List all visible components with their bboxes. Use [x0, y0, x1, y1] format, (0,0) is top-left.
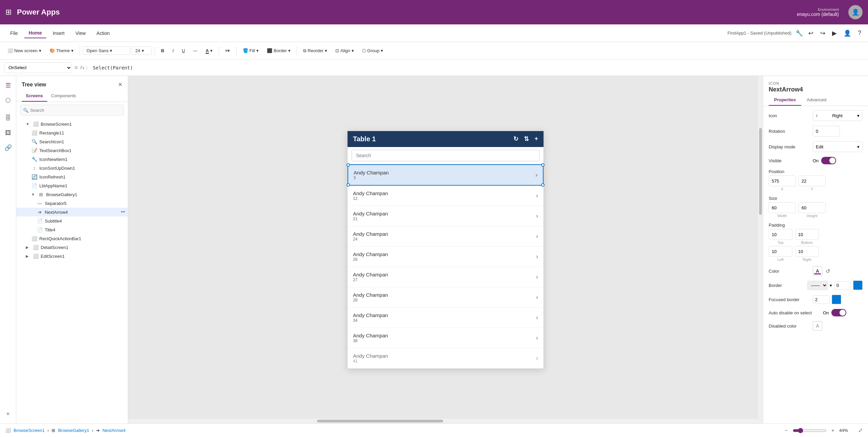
tab-screens[interactable]: Screens	[22, 90, 47, 102]
theme-button[interactable]: 🎨 Theme ▾	[46, 47, 77, 55]
add-icon-header[interactable]: +	[534, 135, 538, 143]
menu-view[interactable]: View	[71, 28, 90, 38]
tree-item-rectangle11[interactable]: ⬜ Rectangle11	[16, 128, 128, 137]
size-width-input[interactable]	[769, 202, 796, 213]
user-icon[interactable]: 👤	[842, 28, 852, 38]
refresh-icon-header[interactable]: ↻	[513, 135, 518, 143]
color-swatch-btn[interactable]: A	[813, 266, 822, 276]
avatar[interactable]: 👤	[848, 5, 863, 19]
tree-item-rectquickactionbar1[interactable]: ⬜ RectQuickActionBar1	[16, 234, 128, 243]
formula-input[interactable]: Select(Parent)	[90, 65, 864, 70]
gallery-item-2[interactable]: Andy Champan 21 ›	[348, 206, 544, 226]
tree-item-lblappname1[interactable]: 📄 LblAppName1	[16, 181, 128, 190]
padding-right-input[interactable]	[795, 246, 819, 257]
size-height-input[interactable]	[798, 202, 826, 213]
border-style-select[interactable]: ——	[807, 281, 828, 290]
breadcrumb-item[interactable]: NextArrow4	[102, 428, 125, 433]
tab-components[interactable]: Components	[47, 90, 80, 102]
color-refresh-icon[interactable]: ↺	[826, 268, 830, 274]
gallery-item-6[interactable]: Andy Champan 28 ›	[348, 287, 544, 308]
grid-icon[interactable]: ⊞	[5, 8, 12, 17]
menu-home[interactable]: Home	[24, 28, 47, 38]
play-icon[interactable]: ▶	[831, 28, 838, 38]
padding-top-input[interactable]	[769, 229, 792, 240]
item-context-menu[interactable]: •••	[121, 210, 125, 214]
next-arrow-icon-8[interactable]: ›	[536, 334, 538, 341]
font-select[interactable]: Open Sans ▾	[83, 46, 130, 55]
sidebar-icon-connections[interactable]: 🔗	[1, 141, 15, 154]
tree-close-button[interactable]: ✕	[118, 81, 122, 88]
formula-property-select[interactable]: OnSelect	[4, 62, 72, 73]
tree-item-detailscreen1[interactable]: ▶ ⬜ DetailScreen1	[16, 243, 128, 252]
display-mode-dropdown[interactable]: Edit ▾	[813, 141, 863, 152]
tab-properties[interactable]: Properties	[769, 95, 801, 106]
canvas-scrollbar[interactable]	[758, 76, 763, 423]
next-arrow-icon-4[interactable]: ›	[536, 253, 538, 260]
fill-button[interactable]: 🪣 Fill ▾	[239, 47, 262, 55]
next-arrow-icon-7[interactable]: ›	[536, 314, 538, 321]
strikethrough-button[interactable]: —	[190, 47, 201, 55]
bold-button[interactable]: B	[158, 47, 167, 55]
next-arrow-icon-1[interactable]: ›	[536, 192, 538, 199]
zoom-out-button[interactable]: −	[783, 427, 790, 434]
gallery-item-0[interactable]: Andy Champan 5 ›	[348, 164, 544, 186]
browse-search-input[interactable]	[352, 150, 539, 161]
breadcrumb-gallery[interactable]: BrowseGallery1	[58, 428, 89, 433]
focused-border-width-input[interactable]	[813, 295, 830, 304]
font-size-select[interactable]: 24 ▾	[132, 46, 152, 55]
sidebar-icon-data[interactable]: 🗄	[1, 111, 15, 125]
group-button[interactable]: ⬡ Group ▾	[359, 47, 387, 55]
align-text-button[interactable]: ≡▾	[222, 47, 234, 55]
next-arrow-icon-9[interactable]: ›	[536, 355, 538, 362]
rotation-input[interactable]	[813, 126, 840, 137]
reorder-button[interactable]: ⧉ Reorder ▾	[300, 47, 331, 55]
gallery-item-4[interactable]: Andy Champan 26 ›	[348, 247, 544, 267]
gallery-item-9[interactable]: Andy Champan 41 ›	[348, 348, 544, 369]
gallery-item-7[interactable]: Andy Champan 34 ›	[348, 308, 544, 328]
focused-border-color-swatch[interactable]	[832, 295, 841, 304]
next-arrow-icon-3[interactable]: ›	[536, 233, 538, 240]
gallery-item-1[interactable]: Andy Champan 12 ›	[348, 186, 544, 206]
underline-button[interactable]: U	[178, 47, 188, 55]
position-x-input[interactable]	[769, 175, 796, 186]
border-color-swatch[interactable]	[853, 280, 863, 290]
sidebar-icon-components[interactable]: ⬡	[1, 93, 15, 107]
next-arrow-icon-2[interactable]: ›	[536, 212, 538, 220]
gallery-item-3[interactable]: Andy Champan 24 ›	[348, 226, 544, 247]
fit-screen-button[interactable]: ⤢	[858, 427, 863, 434]
sidebar-icon-media[interactable]: 🖼	[1, 126, 15, 140]
position-y-input[interactable]	[798, 175, 826, 186]
sidebar-icon-menu[interactable]: ☰	[1, 79, 15, 92]
tree-item-textsearchbox1[interactable]: 📝 TextSearchBox1	[16, 146, 128, 155]
icon-dropdown[interactable]: › Right ▾	[813, 110, 863, 121]
border-button[interactable]: ⬛ Border ▾	[263, 47, 294, 55]
padding-left-input[interactable]	[769, 246, 792, 257]
italic-button[interactable]: I	[169, 47, 177, 55]
sidebar-icon-add[interactable]: +	[1, 407, 15, 421]
visible-toggle[interactable]	[821, 157, 836, 164]
next-arrow-icon-5[interactable]: ›	[536, 273, 538, 280]
auto-disable-toggle[interactable]	[831, 309, 846, 316]
tab-advanced[interactable]: Advanced	[801, 95, 832, 106]
new-screen-button[interactable]: ⬜ New screen ▾	[4, 47, 45, 55]
search-input[interactable]	[20, 105, 124, 116]
tree-item-iconnewitem1[interactable]: 🔧 IconNewItem1	[16, 155, 128, 164]
zoom-slider[interactable]	[793, 428, 827, 433]
gallery-item-8[interactable]: Andy Champan 38 ›	[348, 328, 544, 348]
zoom-in-button[interactable]: +	[829, 427, 836, 434]
tree-item-subtitle4[interactable]: 📄 Subtitle4	[16, 216, 128, 225]
menu-file[interactable]: File	[5, 28, 23, 38]
border-width-input[interactable]	[834, 281, 851, 290]
tree-item-editscreen1[interactable]: ▶ ⬜ EditScreen1	[16, 252, 128, 261]
breadcrumb-screen[interactable]: BrowseScreen1	[14, 428, 45, 433]
menu-insert[interactable]: Insert	[48, 28, 69, 38]
menu-action[interactable]: Action	[92, 28, 115, 38]
tree-item-separator5[interactable]: — Separator5	[16, 199, 128, 208]
tree-item-nextarrow4[interactable]: ➜ NextArrow4 •••	[16, 208, 128, 216]
redo-icon[interactable]: ↪	[819, 28, 827, 38]
help-icon[interactable]: ?	[856, 28, 863, 38]
tree-item-iconsortupdown1[interactable]: ↕ IconSortUpDown1	[16, 164, 128, 172]
tree-item-iconrefresh1[interactable]: 🔄 IconRefresh1	[16, 172, 128, 181]
tree-item-browsegallery1[interactable]: ▼ ⊞ BrowseGallery1	[16, 190, 128, 199]
tree-item-browsescreen[interactable]: ▼ ⬜ BrowseScreen1	[16, 120, 128, 128]
